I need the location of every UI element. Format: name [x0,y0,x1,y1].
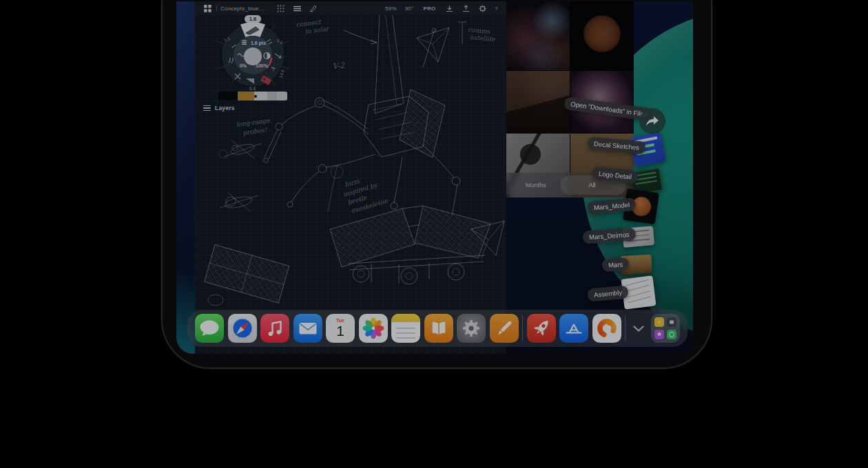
photo-mars-hills[interactable] [506,71,570,133]
dock-app-notes[interactable] [391,314,420,343]
swatch-gold[interactable] [238,92,254,100]
appstore-a-icon [559,314,588,343]
dock-app-appstore[interactable] [559,314,588,343]
stroke-width-value: 1.6 pts [251,41,266,46]
books-open-book-icon [424,314,453,343]
help-button[interactable]: ? [495,6,498,12]
photo-mars-globe[interactable] [570,1,634,70]
pro-badge[interactable]: PRO [423,6,435,12]
drag-item-mars[interactable]: Mars [602,257,630,272]
export-share-icon[interactable] [460,3,471,13]
layers-label: Layers [215,105,235,111]
ipad-device: connect to solar comms satellite V-2 lon… [161,0,712,369]
rocket-icon [527,314,556,343]
svg-text:satellite: satellite [470,34,496,43]
chevron-down-icon [633,326,644,332]
pen-select-icon[interactable] [308,3,319,13]
smoothing-value: 0% [240,63,247,68]
dock-app-rocket[interactable] [527,314,556,343]
app-library-mini-camera-icon [667,317,676,327]
concepts-pen-icon [490,314,519,343]
app-library-mini-circle-icon [667,330,676,339]
layers-menu-icon [203,105,211,111]
note-form: form inspired by beetle exoskeleton [340,171,389,215]
forward-arrow-icon [645,116,659,127]
seg-size-bottom: 6.8 [249,86,256,91]
swatch-white[interactable] [277,92,287,100]
dock: Tue 1 [187,310,688,347]
opacity-value: 100% [256,63,269,68]
app-library-mini-bulb-icon: • [654,317,664,327]
settings-gear-icon [457,314,486,343]
dock-app-music[interactable] [260,314,289,343]
dock-app-photos[interactable] [359,314,388,343]
concepts-app-window: connect to solar comms satellite V-2 lon… [195,1,506,354]
music-note-icon [260,314,289,343]
svg-text:probes!: probes! [242,127,268,136]
photos-pinwheel-icon [359,314,388,343]
dot-grid-icon[interactable] [275,3,286,13]
dock-app-settings[interactable] [457,314,486,343]
mail-envelope-icon [293,314,322,343]
notes-header-band [391,314,420,322]
dock-app-safari[interactable] [228,314,257,343]
swatch-gray[interactable] [267,92,277,100]
dock-app-creative[interactable] [592,314,621,343]
toolbar-divider [216,5,217,12]
dock-app-concepts[interactable] [490,314,519,343]
page-background: connect to solar comms satellite V-2 lon… [0,0,868,468]
brush-size-pill: 1.6 [249,16,256,22]
orange-swirl-icon [592,314,621,343]
swatch-black[interactable] [218,92,238,100]
color-swatch-bar[interactable] [218,92,287,100]
note-version: V-2 [332,61,346,71]
dock-app-books[interactable] [424,314,453,343]
ipad-screen: connect to solar comms satellite V-2 lon… [176,1,693,354]
photo-horsehead-nebula[interactable] [506,1,570,70]
workspace-grid-icon[interactable] [202,3,213,13]
messages-bubble-icon [195,314,224,343]
layers-stack-icon[interactable] [291,3,302,13]
dock-divider [522,316,523,341]
safari-compass-icon [228,314,257,343]
app-library-mini-star-icon: ★ [654,330,664,339]
dock-app-messages[interactable] [195,314,224,343]
share-forward-button[interactable] [639,108,665,134]
layers-button[interactable]: Layers [203,105,235,111]
tab-months[interactable]: Months [526,182,546,189]
dock-collapse-button[interactable] [630,314,648,343]
dock-app-mail[interactable] [293,314,322,343]
tab-all[interactable]: All [589,182,596,189]
dock-divider [625,316,626,341]
rotation-value[interactable]: 90° [405,6,414,12]
settings-gear-icon[interactable] [477,3,488,13]
dock-app-calendar[interactable]: Tue 1 [326,314,355,343]
calendar-day: 1 [336,323,344,339]
dock-app-library[interactable]: • ★ [651,314,680,343]
brush-tool-wheel[interactable]: 1.6 A 7.3 5.5 6.8 1 [216,15,290,92]
concepts-toolbar: Concepts_blue... 59% 90° PRO [195,1,506,15]
document-title[interactable]: Concepts_blue... [220,6,264,12]
swatch-selector-dot [254,95,257,98]
zoom-level[interactable]: 59% [385,6,397,12]
import-icon[interactable] [444,3,455,13]
